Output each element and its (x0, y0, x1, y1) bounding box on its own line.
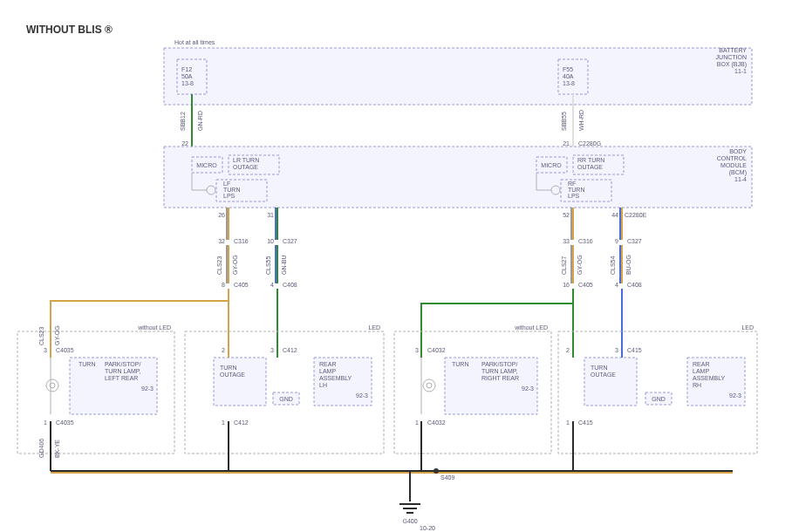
wire-31 (276, 208, 277, 240)
svg-text:3: 3 (44, 347, 47, 353)
svg-text:LED: LED (368, 324, 380, 331)
svg-text:PARK/STOP/: PARK/STOP/ (105, 361, 140, 367)
svg-text:TURN: TURN (220, 365, 236, 371)
svg-text:9: 9 (615, 238, 618, 244)
svg-text:OUTAGE: OUTAGE (591, 372, 616, 378)
svg-text:C4035: C4035 (56, 347, 74, 353)
svg-text:LR TURN: LR TURN (233, 157, 259, 163)
svg-text:BK-YE: BK-YE (54, 440, 60, 458)
svg-text:32: 32 (218, 238, 225, 244)
hot-label: Hot at all times (174, 39, 215, 45)
svg-text:TURN: TURN (568, 187, 584, 193)
svg-text:13-8: 13-8 (563, 80, 575, 86)
svg-text:GD406: GD406 (38, 439, 44, 458)
wire-52 (571, 208, 573, 240)
svg-text:33: 33 (563, 238, 570, 244)
svg-text:C316: C316 (578, 238, 593, 244)
svg-text:16: 16 (563, 282, 570, 288)
svg-text:SBB12: SBB12 (180, 112, 186, 131)
svg-text:C405: C405 (234, 282, 249, 288)
svg-text:CLS23: CLS23 (38, 326, 44, 345)
svg-text:C2280E: C2280E (625, 212, 647, 218)
svg-text:WH-RD: WH-RD (578, 110, 584, 131)
svg-text:21: 21 (563, 140, 570, 147)
svg-text:3: 3 (615, 347, 618, 353)
svg-text:92-3: 92-3 (356, 392, 368, 399)
bcm-ref: 11-4 (734, 176, 747, 182)
svg-text:GN-BU: GN-BU (281, 255, 287, 275)
svg-point-94 (46, 379, 58, 392)
svg-text:TURN LAMP,: TURN LAMP, (105, 368, 141, 374)
svg-text:TURN LAMP,: TURN LAMP, (481, 368, 518, 374)
svg-text:C412: C412 (283, 347, 297, 353)
svg-text:MICRO: MICRO (196, 162, 217, 168)
svg-text:CLS27: CLS27 (561, 256, 567, 275)
svg-text:C408: C408 (283, 282, 297, 288)
svg-point-136 (423, 379, 435, 392)
svg-point-137 (427, 383, 432, 388)
svg-text:13-8: 13-8 (181, 80, 194, 86)
svg-text:G400: G400 (402, 518, 417, 524)
svg-text:4: 4 (270, 282, 274, 288)
branch-right-green (421, 289, 573, 349)
svg-text:10: 10 (267, 238, 274, 244)
svg-text:CLS54: CLS54 (610, 256, 616, 275)
svg-text:LED: LED (741, 324, 754, 331)
svg-text:C415: C415 (578, 419, 593, 426)
svg-text:LF: LF (223, 181, 230, 187)
svg-text:C327: C327 (283, 238, 297, 244)
svg-text:GY-OG: GY-OG (577, 255, 583, 275)
svg-text:92-3: 92-3 (141, 385, 154, 392)
svg-text:C2280G: C2280G (578, 140, 601, 147)
svg-text:10-20: 10-20 (420, 525, 435, 531)
svg-text:SBB55: SBB55 (561, 112, 567, 131)
svg-text:TURN: TURN (79, 361, 95, 367)
bcm-title-4: (BCM) (729, 169, 747, 176)
svg-text:without LED: without LED (514, 324, 548, 331)
svg-text:REAR: REAR (319, 361, 336, 367)
svg-text:RH: RH (693, 382, 701, 388)
svg-text:GY-OG: GY-OG (54, 325, 60, 345)
svg-text:C316: C316 (234, 238, 249, 244)
svg-text:OUTAGE: OUTAGE (233, 164, 258, 170)
svg-text:LAMP: LAMP (693, 368, 709, 374)
svg-text:LH: LH (319, 382, 327, 388)
svg-text:1: 1 (566, 419, 570, 426)
svg-text:92-3: 92-3 (522, 385, 534, 392)
svg-text:without LED: without LED (137, 324, 171, 331)
svg-text:LPS: LPS (223, 193, 236, 199)
svg-text:MICRO: MICRO (541, 162, 562, 168)
lamp-group: without LED PARK/STOP/ TURN LAMP, LEFT R… (17, 324, 757, 471)
svg-text:CLS23: CLS23 (216, 256, 222, 275)
svg-text:26: 26 (218, 212, 225, 218)
svg-text:C415: C415 (627, 347, 642, 353)
svg-text:RIGHT REAR: RIGHT REAR (481, 375, 519, 381)
svg-text:TURN: TURN (591, 365, 607, 371)
svg-text:50A: 50A (181, 73, 193, 79)
svg-text:22: 22 (181, 140, 188, 147)
svg-text:LPS: LPS (568, 193, 580, 199)
svg-text:GY-OG: GY-OG (232, 255, 238, 275)
bcm-title-1: BODY (729, 148, 747, 154)
svg-text:ASSEMBLY: ASSEMBLY (693, 375, 726, 381)
svg-text:52: 52 (563, 212, 570, 218)
wiring-diagram: WITHOUT BLIS ® Hot at all times BATTERY … (0, 0, 792, 532)
svg-text:1: 1 (222, 419, 225, 426)
wire-26 (227, 208, 229, 240)
svg-text:F12: F12 (181, 66, 192, 72)
svg-text:1: 1 (44, 419, 47, 426)
svg-text:F55: F55 (563, 66, 573, 72)
svg-text:92-3: 92-3 (729, 392, 741, 399)
ground-bus: S409 G400 10-20 (51, 468, 733, 531)
svg-text:4: 4 (615, 282, 618, 288)
branch-left-orange (51, 289, 229, 349)
svg-text:3: 3 (415, 347, 419, 353)
svg-text:2: 2 (566, 347, 570, 353)
svg-text:BU-OG: BU-OG (625, 255, 632, 275)
svg-text:C327: C327 (627, 238, 642, 244)
svg-text:CLS55: CLS55 (265, 256, 271, 275)
svg-text:C405: C405 (578, 282, 593, 288)
svg-point-168 (434, 468, 439, 474)
svg-text:RF: RF (568, 181, 576, 187)
svg-text:3: 3 (270, 347, 274, 353)
